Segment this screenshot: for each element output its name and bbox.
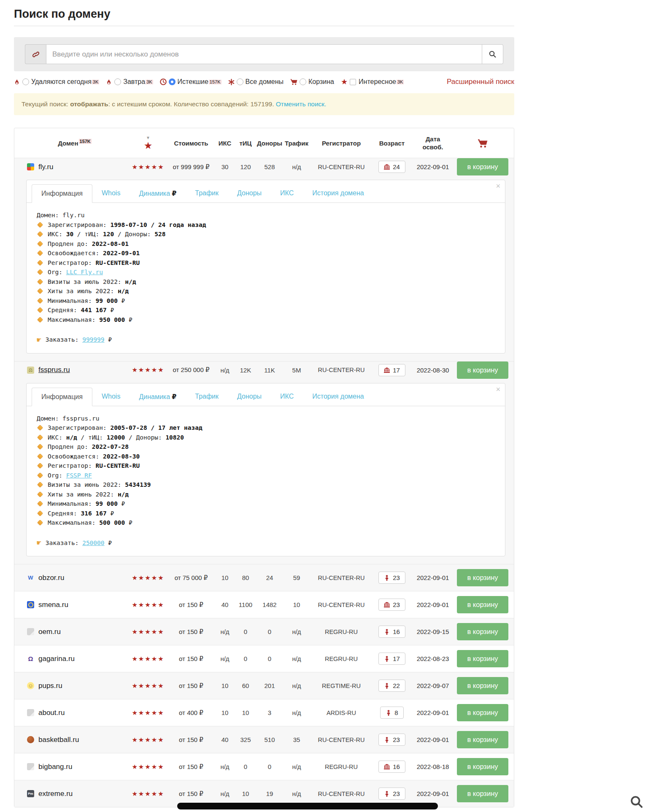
table-row[interactable]: oem.ru ★★★★★ от 150 ₽ н/д 0 0 н/д REGRU-… [14,618,514,645]
filter-deleted-today[interactable]: Удаляются сегодня3K [14,78,99,86]
tab-information[interactable]: Информация [32,388,92,406]
tab-price-dynamics[interactable]: Динамика₽ [130,388,186,406]
age-badge: 24 [378,161,405,173]
rating-stars[interactable]: ★★★★★ [129,601,167,609]
table-row[interactable]: ☺pups.ru ★★★★★ от 150 ₽ 10 60 201 н/д RE… [14,672,514,699]
domain-link[interactable]: extreme.ru [38,790,73,798]
table-row[interactable]: about.ru ★★★★★ от 400 ₽ 10 10 3 н/д ARDI… [14,699,514,726]
radio-deleted-today[interactable] [22,78,29,85]
add-to-cart-button[interactable]: в корзину [457,158,508,175]
tab-iks[interactable]: ИКС [271,388,303,406]
panel-link[interactable]: FSSP RF [66,472,92,479]
release-date-cell: 2022-08-18 [412,763,454,770]
tab-donors[interactable]: Доноры [228,388,271,406]
tab-price-dynamics[interactable]: Динамика₽ [130,184,186,202]
search-button[interactable] [482,44,503,64]
domain-link[interactable]: bigbang.ru [38,763,72,771]
col-registrar[interactable]: Регистратор [310,140,372,147]
domain-link[interactable]: basketball.ru [38,736,79,744]
zoom-overlay-icon[interactable] [630,796,643,808]
table-row[interactable]: basketball.ru ★★★★★ от 150 ₽ 40 325 510 … [14,726,514,753]
add-to-cart-button[interactable]: в корзину [457,677,508,694]
add-to-cart-button[interactable]: в корзину [457,569,508,586]
rating-stars[interactable]: ★★★★★ [129,736,167,744]
col-rating[interactable]: ▼★ [129,136,167,151]
search-input[interactable] [46,44,482,64]
table-row[interactable]: smena.ru ★★★★★ от 150 ₽ 40 1100 1482 10 … [14,591,514,618]
rating-stars[interactable]: ★★★★★ [129,655,167,663]
tab-traffic[interactable]: Трафик [186,184,228,202]
domain-link[interactable]: pups.ru [38,682,62,690]
rating-stars[interactable]: ★★★★★ [129,628,167,636]
tab-donors[interactable]: Доноры [228,184,271,202]
domain-link[interactable]: fssprus.ru [38,366,70,374]
checkbox-interesting[interactable] [350,79,356,85]
close-icon[interactable]: × [496,386,500,393]
domain-link[interactable]: oem.ru [38,628,61,636]
cart-header-icon[interactable] [454,138,511,148]
panel-link[interactable]: LLC Fly.ru [66,269,103,275]
radio-cart[interactable] [300,78,306,85]
rating-stars[interactable]: ★★★★★ [129,790,167,798]
radio-tomorrow[interactable] [114,78,121,85]
col-traffic[interactable]: Трафик [283,140,310,147]
table-row[interactable]: Wobzor.ru ★★★★★ от 75 000 ₽ 10 80 24 59 … [14,564,514,591]
filter-tomorrow[interactable]: Завтра3K [106,78,153,86]
star-sort-icon[interactable]: ★ [144,141,153,151]
filter-expired[interactable]: Истекшие157K [160,78,221,86]
iks-cell: н/д [215,628,235,635]
add-to-cart-button[interactable]: в корзину [457,704,508,721]
panel-info-line: Максимальная: 500 000 ₽ [37,518,495,528]
col-cost[interactable]: Стоимость [167,140,215,147]
tab-traffic[interactable]: Трафик [186,388,228,406]
filter-label: Истекшие [178,78,208,86]
col-domain[interactable]: Домен157K [20,139,129,147]
radio-all-domains[interactable] [237,78,243,85]
close-icon[interactable]: × [496,182,500,190]
col-age[interactable]: Возраст [372,140,412,147]
cancel-search-link[interactable]: Отменить поиск. [276,100,327,108]
add-to-cart-button[interactable]: в корзину [457,623,508,640]
domain-link[interactable]: about.ru [38,709,65,717]
tab-domain-history[interactable]: История домена [303,184,373,202]
tab-whois[interactable]: Whois [92,184,130,202]
domain-link[interactable]: fly.ru [38,163,54,171]
bulk-links-button[interactable] [25,44,46,64]
domain-link[interactable]: obzor.ru [38,574,64,582]
add-to-cart-button[interactable]: в корзину [457,361,508,379]
table-row[interactable]: Ωgagarina.ru ★★★★★ от 150 ₽ н/д 0 0 н/д … [14,645,514,672]
tab-whois[interactable]: Whois [92,388,130,406]
panel-link[interactable]: 250000 [82,540,104,546]
table-row[interactable]: ⚖fssprus.ru ★★★★★ от 250 000 ₽ н/д 12K 1… [14,361,514,564]
add-to-cart-button[interactable]: в корзину [457,650,508,667]
add-to-cart-button[interactable]: в корзину [457,785,508,802]
filter-cart[interactable]: Корзина [290,78,334,86]
add-to-cart-button[interactable]: в корзину [457,731,508,748]
rating-stars[interactable]: ★★★★★ [129,163,167,171]
col-donors[interactable]: Доноры [256,140,283,147]
asterisk-icon [228,79,235,85]
tab-iks[interactable]: ИКС [271,184,303,202]
rating-stars[interactable]: ★★★★★ [129,763,167,771]
rating-stars[interactable]: ★★★★★ [129,366,167,374]
advanced-search-link[interactable]: Расширенный поиск [447,78,514,86]
rating-stars[interactable]: ★★★★★ [129,709,167,717]
tab-domain-history[interactable]: История домена [303,388,373,406]
add-to-cart-button[interactable]: в корзину [457,758,508,775]
col-iks[interactable]: ИКС [215,140,235,147]
rating-stars[interactable]: ★★★★★ [129,574,167,582]
add-to-cart-button[interactable]: в корзину [457,596,508,613]
table-row[interactable]: bigbang.ru ★★★★★ от 150 ₽ н/д 0 0 н/д RE… [14,753,514,780]
col-release-date[interactable]: Датаосвоб. [412,135,454,151]
rating-stars[interactable]: ★★★★★ [129,682,167,690]
table-row[interactable]: fly.ru ★★★★★ от 999 999 ₽ 30 120 528 н/д… [14,158,514,361]
col-tic[interactable]: тИЦ [235,140,256,147]
filter-interesting[interactable]: ★ Интересное3K [341,78,404,86]
tab-information[interactable]: Информация [32,184,92,203]
radio-expired[interactable] [169,78,176,85]
filter-all-domains[interactable]: Все домены [228,78,284,86]
domain-link[interactable]: smena.ru [38,601,68,609]
panel-info-line: Освобождается: 2022-08-30 [37,452,495,461]
domain-link[interactable]: gagarina.ru [38,655,75,663]
panel-link[interactable]: 999999 [82,336,104,343]
